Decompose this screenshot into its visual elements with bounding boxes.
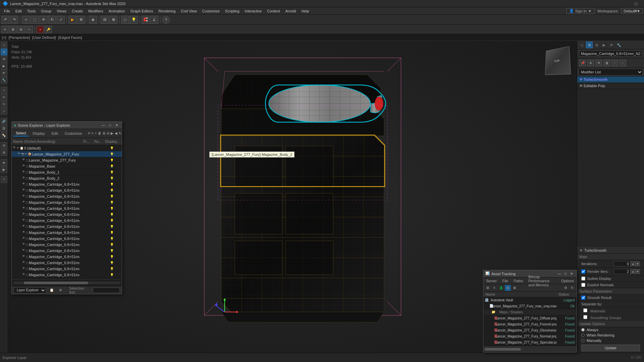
- se-list-item-16[interactable]: 👁 ◻ Magazine_Cartridge_6.8×51mm_N10 💡: [12, 236, 122, 242]
- at-menu-bitmap[interactable]: Bitmap Performance and Memory: [526, 274, 558, 288]
- at-refresh-btn[interactable]: ↻: [569, 285, 575, 291]
- menu-tools[interactable]: Tools: [24, 8, 39, 14]
- se-list-item-23[interactable]: 👁 ◻ Magazine_Cartridge_6.8×51mm_N17 💡: [12, 278, 122, 279]
- set-key-button[interactable]: 🔑: [45, 26, 52, 33]
- at-list-item[interactable]: 📁 Maps / Shaders: [483, 309, 577, 315]
- se-list-item-1[interactable]: 👁 ▼ 📋 0 (default) 💡: [12, 145, 122, 151]
- at-menu-server[interactable]: Server: [483, 278, 499, 284]
- se-list-item-11[interactable]: 👁 ◻ Magazine_Cartridge_6.8×51mm_N5 💡: [12, 205, 122, 212]
- selection-tool[interactable]: ⊹: [1, 87, 7, 94]
- ts-iterations-up[interactable]: ▲: [631, 261, 635, 266]
- undo-button[interactable]: ↶: [1, 16, 9, 24]
- help-tool[interactable]: ?: [1, 176, 7, 183]
- menu-customize[interactable]: Customize: [200, 8, 222, 14]
- render-setup-button[interactable]: ⚙: [77, 16, 85, 24]
- move-button[interactable]: ✛: [39, 16, 47, 24]
- se-scrollbar[interactable]: [12, 279, 122, 286]
- link-tool[interactable]: 🔗: [1, 118, 7, 125]
- menu-arnold[interactable]: Arnold: [283, 8, 299, 14]
- at-list-item[interactable]: 🖼 Lancer_Magazine_277_Fury_Diffuse.png F…: [483, 315, 577, 321]
- se-list-item-18[interactable]: 👁 ◻ Magazine_Cartridge_6.8×51mm_N12 💡: [12, 248, 122, 254]
- at-list-item[interactable]: 🖼 Lancer_Magazine_277_Fury_Fresnel.png F…: [483, 321, 577, 327]
- at-menu-paths[interactable]: Paths: [511, 278, 526, 284]
- se-list-item-21[interactable]: 👁 ◻ Magazine_Cartridge_6.8×51mm_N15 💡: [12, 266, 122, 272]
- asset-tracking-list[interactable]: 🏦 Autodesk Vault Logged 📄 Lancer_Magazin…: [483, 297, 577, 346]
- menu-create[interactable]: Create: [69, 8, 86, 14]
- at-tree-btn[interactable]: 🌲: [498, 285, 504, 291]
- se-options3-button[interactable]: ▶: [111, 130, 113, 137]
- se-tab-customize[interactable]: Customize: [62, 131, 85, 136]
- align-left-tool[interactable]: ⊞: [1, 149, 7, 156]
- workspaces-dropdown[interactable]: Default ▼: [621, 8, 643, 14]
- layer-toolbar-btn3[interactable]: ⊟: [17, 26, 25, 33]
- motion-tool[interactable]: ▶: [1, 63, 7, 69]
- menu-rendering[interactable]: Rendering: [156, 8, 178, 14]
- material-tool[interactable]: ◈: [1, 159, 7, 166]
- menu-civil-view[interactable]: Civil View: [178, 8, 199, 14]
- select-region-button[interactable]: ⬚: [31, 16, 39, 24]
- se-delete-button[interactable]: 🗑: [98, 130, 101, 137]
- se-list-item-17[interactable]: 👁 ◻ Magazine_Cartridge_6.8×51mm_N11 💡: [12, 242, 122, 248]
- se-list-item-14[interactable]: 👁 ◻ Magazine_Cartridge_6.8×51mm_N8 💡: [12, 224, 122, 230]
- mirror-button[interactable]: ⊞: [109, 16, 117, 24]
- menu-content[interactable]: Content: [264, 8, 283, 14]
- ts-smoothing-groups-checkbox[interactable]: [583, 315, 587, 319]
- ts-smooth-result-checkbox[interactable]: [581, 296, 585, 300]
- se-list-item-5[interactable]: 👁 ◻ Magazine_Body_1 💡: [12, 169, 122, 175]
- mirror-tool[interactable]: ⊟: [1, 142, 7, 149]
- at-list-btn[interactable]: ≡: [491, 285, 497, 291]
- at-maximize-button[interactable]: □: [562, 271, 569, 277]
- at-settings-btn[interactable]: ⚙: [562, 285, 569, 291]
- at-list-item[interactable]: 🖼 Lancer_Magazine_277_Fury_Normal.png Fo…: [483, 334, 577, 340]
- at-menu-file[interactable]: File: [499, 278, 511, 284]
- mod-up-btn[interactable]: ↑: [611, 60, 618, 66]
- se-list-item-7[interactable]: 👁 ◻ Magazine_Cartridge_6.8×51mm_N1 💡: [12, 181, 122, 187]
- se-new-layer-button[interactable]: +: [95, 130, 97, 137]
- ts-when-rendering-radio[interactable]: [581, 334, 585, 337]
- ts-render-iters-input[interactable]: [614, 269, 631, 274]
- at-menu-options[interactable]: Options: [558, 278, 577, 284]
- at-grid-btn[interactable]: ⊞: [485, 285, 491, 291]
- menu-group[interactable]: Group: [38, 8, 54, 14]
- layer-toolbar-btn1[interactable]: ≡: [1, 26, 9, 33]
- rotate-tool[interactable]: ↻: [1, 101, 7, 108]
- panel-create-btn[interactable]: ◻: [579, 42, 585, 48]
- se-tab-select[interactable]: Select: [13, 130, 29, 136]
- se-layers-button[interactable]: ≡: [92, 130, 94, 137]
- menu-interactive[interactable]: Interactive: [242, 8, 265, 14]
- se-list-item-3[interactable]: 👁 ◻ Lancer_Magazine_277_Fury 💡: [12, 157, 122, 163]
- selection-set-input[interactable]: [93, 288, 120, 293]
- at-columns-btn[interactable]: ⊟: [505, 285, 511, 291]
- scale-button[interactable]: ⤢: [57, 16, 65, 24]
- ts-iterations-down[interactable]: ▼: [635, 261, 640, 266]
- se-maximize-button[interactable]: □: [107, 122, 113, 128]
- ts-render-iters-down[interactable]: ▼: [635, 269, 640, 274]
- panel-util-btn[interactable]: 🔧: [615, 42, 622, 48]
- utilities-tool[interactable]: 🔧: [1, 77, 7, 83]
- move-tool[interactable]: ✛: [1, 94, 7, 101]
- ts-isoline-checkbox[interactable]: [581, 277, 585, 281]
- se-sync-button[interactable]: ↻: [119, 130, 121, 137]
- modify-tool[interactable]: ⚙: [1, 49, 7, 55]
- se-options2-button[interactable]: ⊟: [107, 130, 109, 137]
- angle-snap-button[interactable]: ∠: [150, 16, 158, 24]
- mod-configure-btn[interactable]: ⚙: [587, 60, 594, 66]
- unlink-tool[interactable]: ⛓: [1, 125, 7, 132]
- auto-key-button[interactable]: ●: [37, 26, 44, 33]
- menu-edit[interactable]: Edit: [13, 8, 24, 14]
- se-list-item-20[interactable]: 👁 ◻ Magazine_Cartridge_6.8×51mm_N14 💡: [12, 260, 122, 266]
- at-tiles-btn[interactable]: ⊠: [512, 285, 518, 291]
- se-list-item-15[interactable]: 👁 ◻ Magazine_Cartridge_6.8×51mm_N9 💡: [12, 230, 122, 236]
- hierarchy-tool[interactable]: ⊞: [1, 56, 7, 62]
- se-filter-button[interactable]: ✕: [88, 130, 90, 137]
- panel-display-btn[interactable]: 👁: [608, 42, 615, 48]
- se-list-item-2[interactable]: 👁 📷 ▼ 📦 Lancer_Magazine_277_Fury 💡: [12, 151, 122, 157]
- ts-materials-checkbox[interactable]: [583, 308, 587, 312]
- at-list-item[interactable]: 🏦 Autodesk Vault Logged: [483, 297, 577, 303]
- se-list-item-6[interactable]: 👁 ◻ Magazine_Body_2 💡: [12, 175, 122, 181]
- se-list-item-13[interactable]: 👁 ◻ Magazine_Cartridge_6.8×51mm_N7 💡: [12, 218, 122, 224]
- menu-animation[interactable]: Animation: [106, 8, 128, 14]
- modifier-list-dropdown[interactable]: Modifier List: [579, 69, 643, 75]
- panel-hierarchy-btn[interactable]: ⊞: [593, 42, 600, 48]
- at-list-item[interactable]: 🖼 Lancer_Magazine_277_Fury_Specular.png …: [483, 340, 577, 346]
